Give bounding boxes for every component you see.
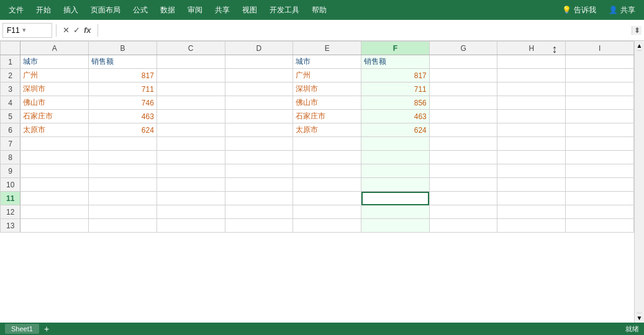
menu-view[interactable]: 视图	[236, 2, 263, 18]
cell-F10[interactable]	[361, 178, 430, 192]
cell-D12[interactable]	[225, 205, 293, 219]
cell-D10[interactable]	[225, 178, 293, 192]
cell-C10[interactable]	[156, 178, 225, 192]
row-header-6[interactable]: 6	[1, 123, 20, 137]
col-header-A[interactable]: A	[20, 42, 89, 55]
row-header-3[interactable]: 3	[1, 83, 20, 96]
menu-file[interactable]: 文件	[2, 2, 30, 18]
cell-H11[interactable]	[497, 192, 566, 205]
cell-H13[interactable]	[497, 219, 566, 233]
menu-formula[interactable]: 公式	[127, 2, 154, 18]
cell-G2[interactable]	[429, 69, 497, 83]
cell-B12[interactable]	[89, 205, 157, 219]
cell-F2[interactable]: 817	[361, 69, 430, 83]
add-sheet-btn[interactable]: +	[44, 324, 49, 334]
cell-B1[interactable]: 销售额	[89, 55, 157, 69]
cell-D11[interactable]	[225, 192, 293, 205]
cell-A8[interactable]	[20, 151, 89, 164]
cell-H4[interactable]	[497, 96, 566, 110]
cell-E8[interactable]	[293, 151, 361, 164]
cell-C9[interactable]	[156, 164, 225, 178]
cell-I13[interactable]	[566, 219, 634, 233]
cell-I12[interactable]	[566, 205, 634, 219]
scroll-down-btn[interactable]: ▼	[637, 313, 643, 323]
column-resize-handle[interactable]: ↕	[550, 41, 560, 57]
cell-A10[interactable]	[20, 178, 89, 192]
cell-C8[interactable]	[156, 151, 225, 164]
cell-B7[interactable]	[89, 137, 157, 151]
cell-A2[interactable]: 广州	[20, 69, 89, 83]
cell-B2[interactable]: 817	[89, 69, 157, 83]
row-header-4[interactable]: 4	[1, 96, 20, 110]
cell-reference-box[interactable]: F11 ▾	[2, 23, 52, 38]
cell-E9[interactable]	[293, 164, 361, 178]
menu-share-btn[interactable]: 👤 共享	[602, 2, 642, 18]
cell-F7[interactable]	[361, 137, 430, 151]
cell-G8[interactable]	[429, 151, 497, 164]
cell-C2[interactable]	[156, 69, 225, 83]
cell-B5[interactable]: 463	[89, 110, 157, 123]
cell-B6[interactable]: 624	[89, 123, 157, 137]
cell-A7[interactable]	[20, 137, 89, 151]
cell-A9[interactable]	[20, 164, 89, 178]
cell-F11[interactable]	[361, 192, 430, 205]
cell-I11[interactable]	[566, 192, 634, 205]
cell-G6[interactable]	[429, 123, 497, 137]
col-header-B[interactable]: B	[89, 42, 157, 55]
cell-E1[interactable]: 城市	[293, 55, 361, 69]
cell-A12[interactable]	[20, 205, 89, 219]
cell-H12[interactable]	[497, 205, 566, 219]
menu-tell-me[interactable]: 💡 告诉我	[556, 2, 602, 18]
cell-I1[interactable]	[566, 55, 634, 69]
menu-insert[interactable]: 插入	[57, 2, 84, 18]
cell-F4[interactable]: 856	[361, 96, 430, 110]
menu-help[interactable]: 帮助	[306, 2, 333, 18]
cell-F12[interactable]	[361, 205, 430, 219]
row-header-11[interactable]: 11	[1, 192, 20, 205]
cell-H5[interactable]	[497, 110, 566, 123]
cell-E2[interactable]: 广州	[293, 69, 361, 83]
cell-B10[interactable]	[89, 178, 157, 192]
cell-E10[interactable]	[293, 178, 361, 192]
col-header-D[interactable]: D	[225, 42, 293, 55]
cell-E13[interactable]	[293, 219, 361, 233]
cell-E6[interactable]: 太原市	[293, 123, 361, 137]
cell-F1[interactable]: 销售额	[361, 55, 430, 69]
cell-D5[interactable]	[225, 110, 293, 123]
cell-E12[interactable]	[293, 205, 361, 219]
row-header-5[interactable]: 5	[1, 110, 20, 123]
cell-G13[interactable]	[429, 219, 497, 233]
cell-H9[interactable]	[497, 164, 566, 178]
row-header-13[interactable]: 13	[1, 219, 20, 233]
cell-I8[interactable]	[566, 151, 634, 164]
cell-H10[interactable]	[497, 178, 566, 192]
cell-H6[interactable]	[497, 123, 566, 137]
cell-C4[interactable]	[156, 96, 225, 110]
cell-D13[interactable]	[225, 219, 293, 233]
cell-E4[interactable]: 佛山市	[293, 96, 361, 110]
cell-H8[interactable]	[497, 151, 566, 164]
menu-review[interactable]: 审阅	[181, 2, 209, 18]
cell-G4[interactable]	[429, 96, 497, 110]
cell-D7[interactable]	[225, 137, 293, 151]
cell-B13[interactable]	[89, 219, 157, 233]
cell-I3[interactable]	[566, 83, 634, 96]
cell-A4[interactable]: 佛山市	[20, 96, 89, 110]
cell-C1[interactable]	[156, 55, 225, 69]
cell-H7[interactable]	[497, 137, 566, 151]
cell-F5[interactable]: 463	[361, 110, 430, 123]
col-header-G[interactable]: G	[429, 42, 497, 55]
cell-F9[interactable]	[361, 164, 430, 178]
cell-D8[interactable]	[225, 151, 293, 164]
cell-I6[interactable]	[566, 123, 634, 137]
corner-select-all[interactable]	[1, 42, 20, 55]
cell-F3[interactable]: 711	[361, 83, 430, 96]
cell-B11[interactable]	[89, 192, 157, 205]
cell-B9[interactable]	[89, 164, 157, 178]
cell-C7[interactable]	[156, 137, 225, 151]
cell-C11[interactable]	[156, 192, 225, 205]
scrollbar-top-right[interactable]: ⬍	[632, 26, 642, 35]
cell-A13[interactable]	[20, 219, 89, 233]
cell-G12[interactable]	[429, 205, 497, 219]
row-header-9[interactable]: 9	[1, 164, 20, 178]
